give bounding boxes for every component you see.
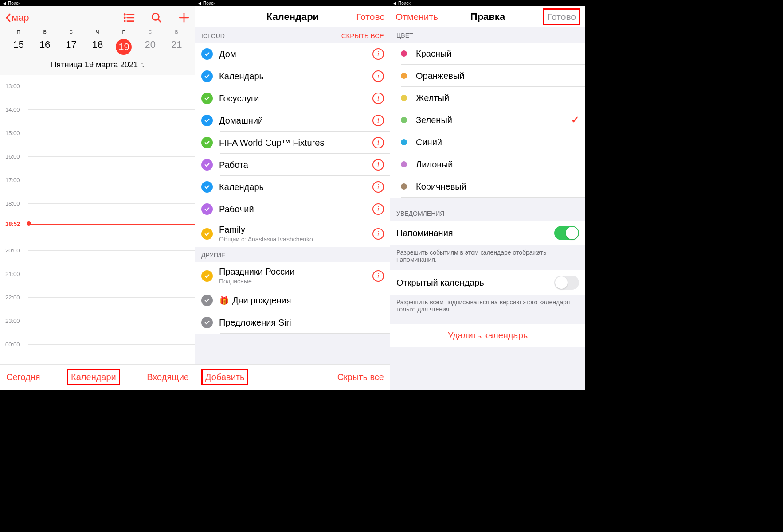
inbox-button[interactable]: Входящие [147,372,189,382]
check-icon[interactable] [201,159,213,171]
day-column[interactable]: С20 [139,29,161,55]
check-icon[interactable] [201,48,213,60]
info-icon[interactable]: i [372,48,384,60]
color-option[interactable]: Синий [390,131,585,153]
search-icon[interactable] [151,12,162,23]
day-column[interactable]: Ч18 [86,29,109,55]
day-letter: С [60,29,82,35]
check-icon[interactable] [201,203,213,215]
calendar-label: Домашний [219,116,372,126]
calendar-item[interactable]: Предложения Siri [195,311,390,334]
check-icon[interactable] [201,317,213,328]
day-number: 16 [34,39,56,50]
color-option[interactable]: Коричневый [390,175,585,198]
info-icon[interactable]: i [372,228,384,240]
status-back-icon[interactable]: ◀ [393,1,396,6]
hour-label: 18:00 [5,200,20,207]
color-option[interactable]: Зеленый✓ [390,109,585,131]
hide-all-button[interactable]: Скрыть все [337,372,384,382]
done-button[interactable]: Готово [543,8,580,25]
color-option[interactable]: Желтый [390,87,585,109]
nav-bar: Отменить Правка Готово [390,6,585,27]
hour-line [28,274,195,274]
now-dot [27,221,31,226]
notifications-section-header: УВЕДОМЛЕНИЯ [390,198,585,221]
calendar-item[interactable]: Домашнийi [195,109,390,132]
calendar-item[interactable]: FIFA World Cup™ Fixturesi [195,132,390,154]
hide-all-button[interactable]: СКРЫТЬ ВСЕ [341,32,384,39]
calendar-item[interactable]: Календарьi [195,65,390,87]
color-option[interactable]: Красный [390,43,585,65]
calendar-item[interactable]: Работаi [195,154,390,176]
calendar-label: FamilyОбщий с: Anastasiia Ivashchenko [219,225,372,243]
section-label: УВЕДОМЛЕНИЯ [396,210,444,217]
icloud-section-header: ICLOUD СКРЫТЬ ВСЕ [195,27,390,43]
hour-line [28,297,195,298]
status-back-label[interactable]: Поиск [398,1,411,6]
status-back-label[interactable]: Поиск [8,1,20,6]
cancel-button[interactable]: Отменить [395,12,438,22]
info-icon[interactable]: i [372,93,384,104]
info-icon[interactable]: i [372,181,384,193]
calendar-item[interactable]: Рабочийi [195,198,390,220]
day-column[interactable]: П19 [113,29,135,55]
calendar-item[interactable]: Домi [195,43,390,65]
info-icon[interactable]: i [372,270,384,282]
info-icon[interactable]: i [372,70,384,82]
check-icon[interactable] [201,181,213,193]
reminders-note: Разрешить событиям в этом календаре отоб… [390,245,585,270]
check-icon[interactable] [201,295,213,306]
edit-scroll[interactable]: ЦВЕТ КрасныйОранжевыйЖелтыйЗеленый✓Синий… [390,27,585,390]
calendars-scroll[interactable]: ICLOUD СКРЫТЬ ВСЕ ДомiКалендарьiГосуслуг… [195,27,390,364]
day-letter: В [34,29,56,35]
info-icon[interactable]: i [372,159,384,171]
day-column[interactable]: П15 [8,29,30,55]
day-column[interactable]: В21 [165,29,188,55]
public-calendar-toggle[interactable] [554,276,579,290]
check-icon[interactable] [201,70,213,82]
public-calendar-row: Открытый календарь [390,270,585,295]
add-calendar-button[interactable]: Добавить [201,369,248,385]
done-button[interactable]: Готово [356,12,385,22]
list-view-icon[interactable] [123,12,135,23]
check-icon[interactable] [201,115,213,126]
today-button[interactable]: Сегодня [6,372,40,382]
bottom-toolbar: Сегодня Календари Входящие [0,364,195,390]
calendars-button[interactable]: Календари [67,369,120,385]
calendar-item[interactable]: 🎁Дни рождения [195,289,390,311]
status-back-label[interactable]: Поиск [203,1,215,6]
calendar-label: 🎁Дни рождения [219,295,384,306]
day-number: 15 [8,39,30,50]
check-icon[interactable] [201,228,213,240]
info-icon[interactable]: i [372,115,384,126]
info-icon[interactable]: i [372,137,384,148]
color-option[interactable]: Оранжевый [390,65,585,87]
check-icon[interactable] [201,270,213,282]
public-calendar-note: Разрешить всем подписываться на версию э… [390,295,585,320]
calendar-label: FIFA World Cup™ Fixtures [219,138,372,148]
hour-line [28,203,195,204]
day-column[interactable]: В16 [34,29,56,55]
status-back-icon[interactable]: ◀ [198,1,201,6]
hour-line [28,86,195,86]
day-column[interactable]: С17 [60,29,82,55]
back-to-month-button[interactable]: март [5,12,33,23]
hour-label: 17:00 [5,177,20,183]
calendar-item[interactable]: FamilyОбщий с: Anastasiia Ivashchenkoi [195,220,390,247]
add-event-icon[interactable] [178,12,190,23]
timeline[interactable]: 13:0014:0015:0016:0017:0018:0020:0021:00… [0,75,195,364]
calendar-item[interactable]: Госуслугиi [195,87,390,109]
hour-label: 22:00 [5,294,20,301]
reminders-toggle[interactable] [554,226,579,240]
color-label: Зеленый [416,115,571,125]
check-icon[interactable] [201,93,213,104]
check-icon[interactable] [201,137,213,148]
color-option[interactable]: Лиловый [390,153,585,175]
hour-label: 23:00 [5,318,20,324]
info-icon[interactable]: i [372,203,384,215]
hour-label: 20:00 [5,247,20,254]
calendar-item[interactable]: Праздники РоссииПодписныеi [195,262,390,289]
delete-calendar-button[interactable]: Удалить календарь [390,324,585,347]
status-back-icon[interactable]: ◀ [3,1,6,6]
calendar-item[interactable]: Календарьi [195,176,390,198]
